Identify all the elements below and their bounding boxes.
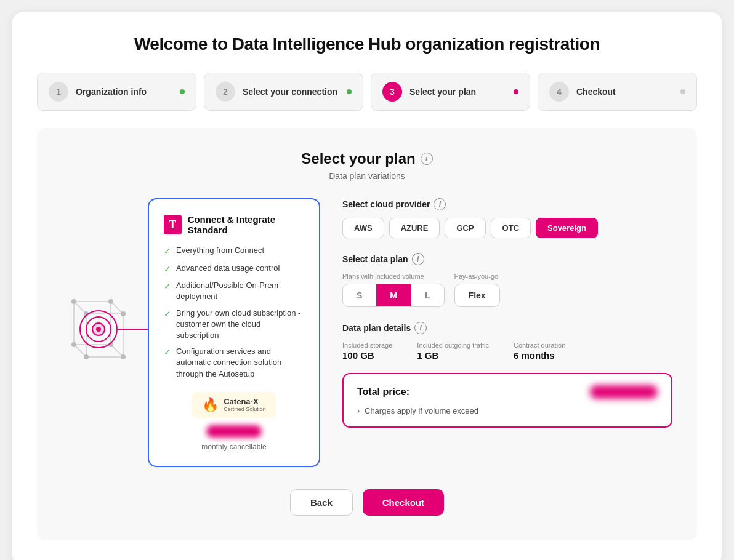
provider-aws[interactable]: AWS (342, 218, 384, 238)
flex-button[interactable]: Flex (454, 284, 500, 307)
cube-illustration (62, 271, 160, 394)
check-icon-4: ✓ (164, 308, 171, 321)
feature-2: ✓ Advanced data usage control (164, 263, 304, 276)
check-icon-1: ✓ (164, 246, 171, 258)
provider-azure[interactable]: AZURE (389, 218, 440, 238)
feature-1: ✓ Everything from Connect (164, 245, 304, 258)
step-4-number: 4 (549, 82, 569, 102)
checkout-button[interactable]: Checkout (363, 489, 444, 516)
right-area: Select cloud provider i AWS AZURE GCP OT… (342, 198, 672, 428)
svg-point-15 (121, 354, 126, 359)
plan-details-section: Data plan details i Included storage 100… (342, 322, 672, 361)
cloud-provider-label: Select cloud provider i (342, 198, 672, 210)
section-subtitle: Data plan variations (62, 171, 672, 181)
plan-features: ✓ Everything from Connect ✓ Advanced dat… (164, 245, 304, 380)
data-plan-section: Select data plan i Plans with included v… (342, 253, 672, 307)
monthly-label: monthly cancellable (164, 442, 304, 451)
feature-4: ✓ Bring your own cloud subscription - cu… (164, 308, 304, 342)
size-s[interactable]: S (343, 284, 376, 306)
svg-point-14 (84, 354, 89, 359)
page-wrapper: Welcome to Data Intelligence Hub organiz… (12, 12, 722, 560)
cloud-provider-info-icon[interactable]: i (434, 198, 446, 210)
step-4[interactable]: 4 Checkout (538, 73, 697, 111)
stepper: 1 Organization info 2 Select your connec… (37, 73, 697, 111)
actions-bar: Back Checkout (62, 489, 672, 516)
plan-card: T Connect & Integrate Standard ✓ Everyth… (148, 198, 320, 467)
traffic-value: 1 GB (417, 350, 489, 361)
step-2-label: Select your connection (243, 87, 339, 97)
price-row: monthly cancellable (164, 425, 304, 451)
step-1-number: 1 (49, 82, 68, 102)
section-title-info-icon[interactable]: i (421, 153, 433, 165)
provider-buttons: AWS AZURE GCP OTC Sovereign (342, 218, 672, 238)
total-price-row: Total price: (357, 385, 658, 399)
step-2-dot (347, 89, 352, 94)
svg-line-8 (74, 302, 86, 314)
main-card: Select your plan i Data plan variations (37, 128, 697, 540)
step-3-label: Select your plan (409, 87, 506, 97)
check-icon-5: ✓ (164, 346, 171, 359)
svg-line-9 (111, 302, 123, 314)
check-icon-2: ✓ (164, 263, 171, 276)
chevron-right-icon: › (357, 407, 360, 415)
feature-5: ✓ Configuration services and automatic c… (164, 346, 304, 380)
svg-line-11 (74, 345, 86, 357)
page-title: Welcome to Data Intelligence Hub organiz… (37, 34, 697, 54)
included-volume-label: Plans with included volume (342, 273, 445, 280)
svg-point-18 (71, 342, 76, 347)
svg-point-16 (71, 299, 76, 304)
step-2-number: 2 (216, 82, 235, 102)
step-1-label: Organization info (76, 87, 172, 97)
data-plan-info-icon[interactable]: i (412, 253, 424, 265)
catena-text-block: Catena-X Certified Solution (224, 397, 266, 412)
storage-value: 100 GB (342, 350, 392, 361)
plan-details-info-icon[interactable]: i (414, 322, 427, 334)
section-title: Select your plan i (62, 150, 672, 167)
storage-detail: Included storage 100 GB (342, 342, 392, 361)
provider-gcp[interactable]: GCP (445, 218, 485, 238)
step-4-label: Checkout (576, 87, 673, 97)
traffic-label: Included outgoing traffic (417, 342, 489, 349)
plan-name: Connect & Integrate Standard (188, 214, 304, 235)
plan-sizes-group: S M L (342, 284, 445, 307)
left-area: T Connect & Integrate Standard ✓ Everyth… (62, 198, 320, 467)
charges-text: Charges apply if volume exceed (365, 406, 478, 415)
check-icon-3: ✓ (164, 281, 171, 293)
plan-details-label: Data plan details i (342, 322, 672, 334)
total-price-label: Total price: (357, 386, 409, 398)
step-1[interactable]: 1 Organization info (37, 73, 196, 111)
size-m[interactable]: M (376, 284, 411, 306)
details-grid: Included storage 100 GB Included outgoin… (342, 342, 672, 361)
duration-detail: Contract duration 6 months (514, 342, 565, 361)
back-button[interactable]: Back (290, 489, 353, 516)
catena-name: Catena-X (224, 397, 266, 406)
svg-point-23 (96, 327, 101, 332)
step-1-dot (180, 89, 185, 94)
size-l[interactable]: L (411, 284, 444, 306)
payg-label: Pay-as-you-go (454, 273, 500, 280)
step-3-number: 3 (382, 82, 402, 102)
included-sizes-col: Plans with included volume S M L (342, 273, 445, 307)
feature-3: ✓ Additional/Possible On-Prem deployment (164, 280, 304, 302)
catena-logo-area: 🔥 Catena-X Certified Solution (164, 392, 304, 418)
cloud-provider-section: Select cloud provider i AWS AZURE GCP OT… (342, 198, 672, 238)
total-price-box: Total price: › Charges apply if volume e… (342, 373, 672, 428)
svg-point-17 (108, 299, 113, 304)
charges-row[interactable]: › Charges apply if volume exceed (357, 406, 658, 415)
step-3-dot (514, 89, 518, 94)
step-3[interactable]: 3 Select your plan (371, 73, 530, 111)
content-area: T Connect & Integrate Standard ✓ Everyth… (62, 198, 672, 467)
step-2[interactable]: 2 Select your connection (204, 73, 363, 111)
provider-sovereign[interactable]: Sovereign (536, 218, 598, 238)
sizes-row: Plans with included volume S M L Pay-as-… (342, 273, 672, 307)
t-mobile-logo: T (164, 215, 182, 234)
data-plan-label: Select data plan i (342, 253, 672, 265)
payg-col: Pay-as-you-go Flex (454, 273, 500, 307)
duration-value: 6 months (514, 350, 565, 361)
catena-sublabel: Certified Solution (224, 406, 266, 412)
total-price-value-blurred (590, 385, 658, 399)
provider-otc[interactable]: OTC (491, 218, 531, 238)
traffic-detail: Included outgoing traffic 1 GB (417, 342, 489, 361)
plan-header: T Connect & Integrate Standard (164, 214, 304, 235)
catena-badge: 🔥 Catena-X Certified Solution (192, 392, 276, 418)
